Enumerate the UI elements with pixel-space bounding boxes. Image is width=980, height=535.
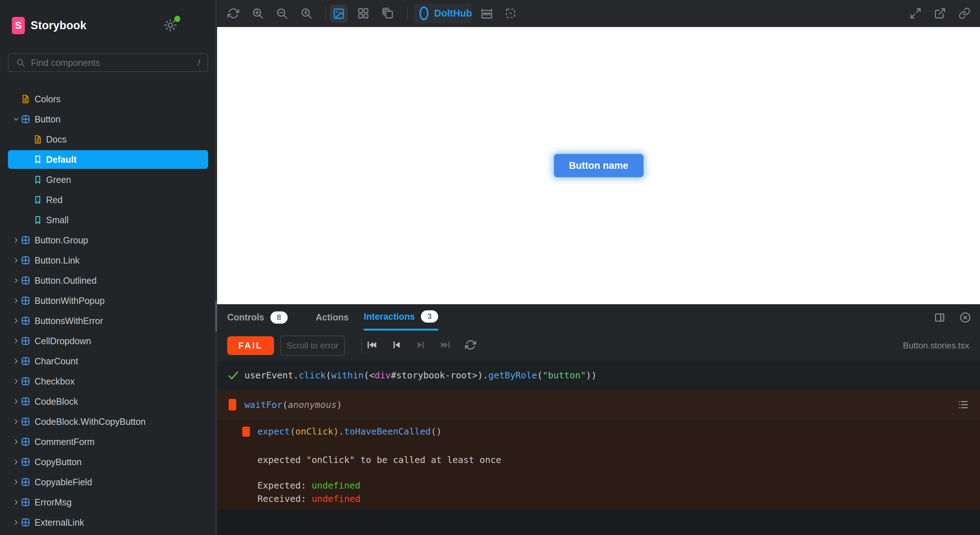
expect-step[interactable]: expect(onClick).toHaveBeenCalled() [242, 426, 442, 437]
canvas-toolbar: DoltHub [217, 0, 980, 27]
rerun-icon[interactable] [465, 339, 478, 352]
story-canvas: Button name [217, 27, 980, 304]
sidebar-item-default-selected[interactable]: Default [0, 150, 215, 170]
sidebar-item-commentform[interactable]: CommentForm [0, 432, 215, 452]
sidebar-item-green[interactable]: Green [0, 170, 215, 190]
chevron-right-icon [12, 458, 20, 466]
error-message: expected "onClick" to be called at least… [258, 455, 501, 465]
toolbar-divider [361, 338, 362, 353]
chevron-right-icon [12, 398, 20, 405]
bookmark-icon [33, 195, 43, 204]
toolbar-divider [326, 6, 326, 21]
go-forward-icon[interactable] [415, 339, 428, 352]
panel-position-icon[interactable] [934, 312, 945, 323]
component-icon [21, 478, 30, 487]
sidebar-item-docs[interactable]: Docs [0, 129, 215, 150]
search-box[interactable]: / [8, 53, 208, 72]
search-shortcut: / [198, 57, 200, 68]
component-icon [21, 276, 30, 285]
sidebar-item-copyablefield[interactable]: CopyableField [0, 472, 215, 492]
dolthub-theme-button[interactable]: DoltHub [414, 3, 472, 24]
sidebar-item-copybutton[interactable]: CopyButton [0, 452, 215, 472]
dolthub-ring-icon [420, 6, 428, 20]
component-icon [21, 417, 30, 426]
story-button[interactable]: Button name [554, 154, 643, 177]
component-icon [21, 498, 30, 507]
bookmark-icon [33, 175, 43, 184]
chevron-right-icon [12, 297, 20, 304]
interactions-count-badge: 3 [421, 310, 438, 323]
component-icon [21, 316, 30, 325]
sidebar-item-externallink[interactable]: ExternalLink [0, 512, 215, 532]
received-line: Received: undefined [258, 494, 360, 504]
sidebar-item-button-group[interactable]: Button.Group [0, 230, 215, 250]
docs-view-icon[interactable] [382, 7, 395, 20]
chevron-right-icon [12, 438, 20, 446]
chevron-right-icon [12, 377, 20, 385]
sync-icon[interactable] [227, 7, 240, 20]
measure-icon[interactable] [480, 7, 493, 20]
component-icon [21, 336, 30, 346]
sidebar-item-buttonwithpopup[interactable]: ButtonWithPopup [0, 291, 215, 311]
sidebar-item-codeblock-withcopybutton[interactable]: CodeBlock.WithCopyButton [0, 411, 215, 432]
dolthub-label: DoltHub [434, 8, 472, 19]
interaction-step-pass[interactable]: userEvent.click(within(<div#storybook-ro… [217, 361, 980, 390]
component-icon [21, 518, 30, 527]
addons-panel: Controls 8 Actions Interactions 3 FAIL S… [217, 304, 980, 535]
chevron-right-icon [12, 518, 20, 526]
chevron-right-icon [12, 337, 20, 345]
outline-icon[interactable] [504, 7, 517, 20]
component-icon [21, 457, 30, 467]
go-first-icon[interactable] [366, 339, 379, 352]
document-icon [21, 94, 30, 103]
zoom-reset-icon[interactable] [300, 7, 313, 20]
sidebar-item-button[interactable]: Button [0, 109, 215, 129]
open-external-icon[interactable] [934, 7, 947, 20]
sidebar-item-codeblock[interactable]: CodeBlock [0, 391, 215, 411]
log-list-icon[interactable] [957, 398, 969, 411]
panel-footer-space [217, 509, 980, 535]
sidebar-item-buttonswitherror[interactable]: ButtonsWithError [0, 311, 215, 331]
go-last-icon[interactable] [440, 339, 453, 352]
chevron-right-icon [12, 277, 20, 284]
fail-marker-icon [242, 427, 250, 437]
brand[interactable]: S Storybook [12, 17, 86, 34]
sidebar-item-charcount[interactable]: CharCount [0, 351, 215, 371]
sidebar-item-celldropdown[interactable]: CellDropdown [0, 331, 215, 351]
sidebar-item-small[interactable]: Small [0, 210, 215, 230]
tab-interactions[interactable]: Interactions 3 [364, 304, 438, 331]
sidebar-item-errormsg[interactable]: ErrorMsg [0, 492, 215, 512]
component-icon [21, 115, 30, 124]
scroll-to-error-button[interactable]: Scroll to error [280, 336, 345, 356]
close-panel-icon[interactable] [959, 311, 971, 324]
fullscreen-icon[interactable] [910, 7, 923, 20]
tab-actions[interactable]: Actions [316, 304, 349, 331]
status-badge: FAIL [227, 336, 274, 355]
interactions-toolbar: FAIL Scroll to error Button.stories.tsx [217, 331, 980, 361]
copy-link-icon[interactable] [958, 7, 971, 20]
component-tree: Colors Button Docs Default Green [0, 89, 215, 532]
interaction-step-fail[interactable]: waitFor(anonymous) [217, 390, 980, 419]
canvas-view-button[interactable] [330, 5, 348, 23]
bookmark-icon [33, 155, 43, 164]
go-back-icon[interactable] [391, 339, 404, 352]
component-icon [21, 357, 30, 366]
search-input[interactable] [30, 57, 192, 68]
bookmark-icon [33, 215, 43, 225]
zoom-in-icon[interactable] [252, 7, 265, 20]
sidebar-item-button-outlined[interactable]: Button.Outlined [0, 271, 215, 291]
chevron-right-icon [12, 498, 20, 506]
sidebar-item-button-link[interactable]: Button.Link [0, 250, 215, 271]
panel-tabbar: Controls 8 Actions Interactions 3 [217, 304, 980, 331]
chevron-right-icon [12, 317, 20, 325]
chevron-right-icon [12, 256, 20, 264]
grid-view-icon[interactable] [357, 7, 370, 20]
fail-marker-icon [229, 399, 236, 411]
sidebar-item-colors[interactable]: Colors [0, 89, 215, 109]
tab-controls[interactable]: Controls 8 [227, 304, 288, 331]
chevron-right-icon [12, 357, 20, 365]
sidebar-item-checkbox[interactable]: Checkbox [0, 371, 215, 391]
step-code: waitFor(anonymous) [245, 400, 342, 410]
zoom-out-icon[interactable] [276, 7, 289, 20]
sidebar-item-red[interactable]: Red [0, 190, 215, 210]
